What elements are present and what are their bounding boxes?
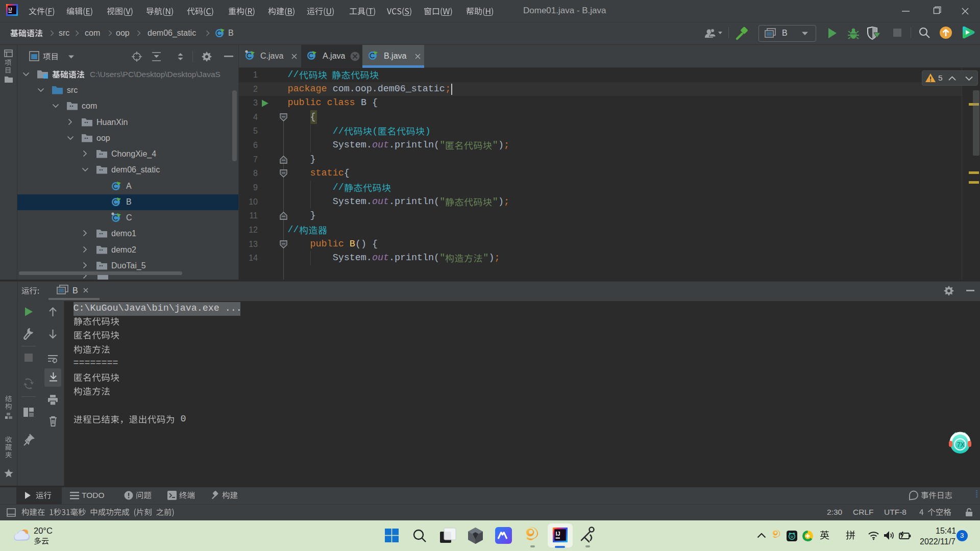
svg-text:IJ: IJ — [556, 531, 560, 537]
svg-text:7X: 7X — [957, 441, 965, 448]
svg-text:IJ: IJ — [9, 7, 12, 12]
